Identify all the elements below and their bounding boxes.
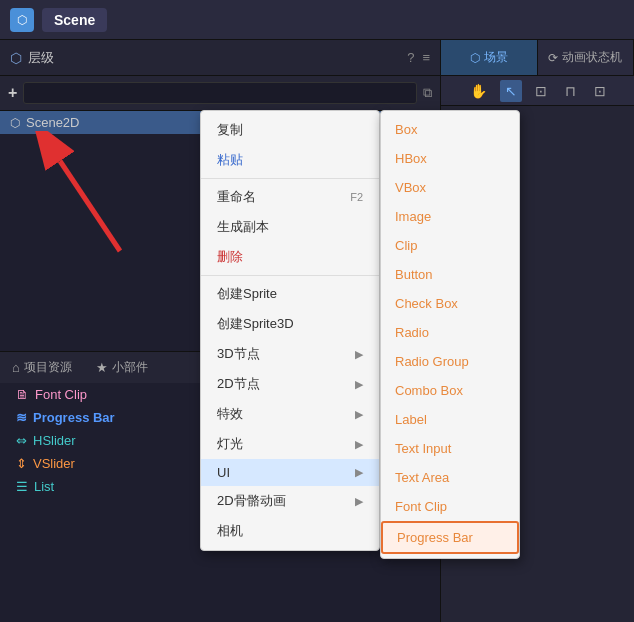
ctx-delete-label: 删除: [217, 248, 243, 266]
submenu-font-clip-label: Font Clip: [395, 499, 447, 514]
ctx-create-sprite[interactable]: 创建Sprite: [201, 279, 379, 309]
ctx-2d-skeleton-arrow: ▶: [355, 495, 363, 508]
ctx-copy-label: 复制: [217, 121, 243, 139]
tab-project-assets[interactable]: ⌂ 项目资源: [0, 352, 84, 383]
ctx-2d-skeleton-label: 2D骨骼动画: [217, 492, 286, 510]
search-input[interactable]: [23, 82, 417, 104]
font-clip-icon: 🗎: [16, 387, 29, 402]
ctx-paste-label: 粘贴: [217, 151, 243, 169]
ctx-light[interactable]: 灯光 ▶: [201, 429, 379, 459]
tab-anim-state[interactable]: ⟳ 动画状态机: [538, 40, 635, 75]
widgets-icon: ★: [96, 360, 108, 375]
submenu-text-input-label: Text Input: [395, 441, 451, 456]
ctx-camera-label: 相机: [217, 522, 243, 540]
hslider-icon: ⇔: [16, 433, 27, 448]
submenu-hbox[interactable]: HBox: [381, 144, 519, 173]
submenu-progress-bar[interactable]: Progress Bar: [381, 521, 519, 554]
menu-icon[interactable]: ≡: [422, 50, 430, 65]
submenu-combo-box[interactable]: Combo Box: [381, 376, 519, 405]
hierarchy-icon: ⬡: [10, 50, 22, 66]
select-tool[interactable]: ↖: [500, 80, 522, 102]
submenu-box-label: Box: [395, 122, 417, 137]
submenu-label-label: Label: [395, 412, 427, 427]
submenu-vbox[interactable]: VBox: [381, 173, 519, 202]
ctx-2d-node[interactable]: 2D节点 ▶: [201, 369, 379, 399]
scene2d-label: Scene2D: [26, 115, 79, 130]
copy-icon[interactable]: ⧉: [423, 85, 432, 101]
ctx-duplicate-label: 生成副本: [217, 218, 269, 236]
font-clip-label: Font Clip: [35, 387, 87, 402]
ctx-2d-node-arrow: ▶: [355, 378, 363, 391]
submenu-text-area-label: Text Area: [395, 470, 449, 485]
submenu-font-clip[interactable]: Font Clip: [381, 492, 519, 521]
search-bar: + ⧉: [0, 76, 440, 111]
vslider-icon: ⇕: [16, 456, 27, 471]
project-assets-icon: ⌂: [12, 360, 20, 375]
right-header: ⬡ 场景 ⟳ 动画状态机: [441, 40, 634, 76]
submenu-radio[interactable]: Radio: [381, 318, 519, 347]
hierarchy-actions: ? ≡: [407, 50, 430, 65]
ctx-effects[interactable]: 特效 ▶: [201, 399, 379, 429]
scene2d-icon: ⬡: [10, 116, 20, 130]
ctx-create-sprite3d[interactable]: 创建Sprite3D: [201, 309, 379, 339]
ctx-2d-node-label: 2D节点: [217, 375, 260, 393]
tool5[interactable]: ⊡: [589, 80, 611, 102]
submenu-box[interactable]: Box: [381, 115, 519, 144]
tool4[interactable]: ⊓: [560, 80, 581, 102]
top-bar: ⬡ Scene: [0, 0, 634, 40]
submenu-hbox-label: HBox: [395, 151, 427, 166]
submenu-vbox-label: VBox: [395, 180, 426, 195]
submenu-text-area[interactable]: Text Area: [381, 463, 519, 492]
submenu-radio-group[interactable]: Radio Group: [381, 347, 519, 376]
ctx-3d-node[interactable]: 3D节点 ▶: [201, 339, 379, 369]
ctx-3d-node-label: 3D节点: [217, 345, 260, 363]
scene-title[interactable]: Scene: [42, 8, 107, 32]
right-toolbar: ✋ ↖ ⊡ ⊓ ⊡: [441, 76, 634, 106]
ctx-rename-label: 重命名: [217, 188, 256, 206]
submenu-clip[interactable]: Clip: [381, 231, 519, 260]
ctx-rename[interactable]: 重命名 F2: [201, 182, 379, 212]
submenu-checkbox-label: Check Box: [395, 296, 458, 311]
scene-tab-icon: ⬡: [470, 51, 480, 65]
ctx-2d-skeleton[interactable]: 2D骨骼动画 ▶: [201, 486, 379, 516]
ctx-paste[interactable]: 粘贴: [201, 145, 379, 175]
progress-bar-label: Progress Bar: [33, 410, 115, 425]
submenu-image-label: Image: [395, 209, 431, 224]
submenu-image[interactable]: Image: [381, 202, 519, 231]
submenu-text-input[interactable]: Text Input: [381, 434, 519, 463]
ctx-sep1: [201, 178, 379, 179]
submenu-button-label: Button: [395, 267, 433, 282]
submenu-radio-group-label: Radio Group: [395, 354, 469, 369]
add-button[interactable]: +: [8, 84, 17, 102]
ctx-duplicate[interactable]: 生成副本: [201, 212, 379, 242]
help-icon[interactable]: ?: [407, 50, 414, 65]
tab-project-assets-label: 项目资源: [24, 359, 72, 376]
submenu-clip-label: Clip: [395, 238, 417, 253]
hierarchy-title: 层级: [28, 49, 54, 67]
vslider-label: VSlider: [33, 456, 75, 471]
submenu-button[interactable]: Button: [381, 260, 519, 289]
ctx-ui[interactable]: UI ▶: [201, 459, 379, 486]
hslider-label: HSlider: [33, 433, 76, 448]
list-icon: ☰: [16, 479, 28, 494]
ctx-rename-shortcut: F2: [350, 191, 363, 203]
submenu-label[interactable]: Label: [381, 405, 519, 434]
progress-bar-icon: ≋: [16, 410, 27, 425]
submenu-radio-label: Radio: [395, 325, 429, 340]
red-arrow: [30, 131, 150, 261]
tab-widgets-label: 小部件: [112, 359, 148, 376]
ctx-effects-label: 特效: [217, 405, 243, 423]
ctx-sep2: [201, 275, 379, 276]
ctx-delete[interactable]: 删除: [201, 242, 379, 272]
tab-scene[interactable]: ⬡ 场景: [441, 40, 538, 75]
ctx-copy[interactable]: 复制: [201, 115, 379, 145]
ctx-3d-node-arrow: ▶: [355, 348, 363, 361]
tool3[interactable]: ⊡: [530, 80, 552, 102]
ctx-camera[interactable]: 相机: [201, 516, 379, 546]
submenu-checkbox[interactable]: Check Box: [381, 289, 519, 318]
ctx-ui-arrow: ▶: [355, 466, 363, 479]
context-menu: 复制 粘贴 重命名 F2 生成副本 删除 创建Sprite 创建Sprite3D…: [200, 110, 380, 551]
submenu: Box HBox VBox Image Clip Button Check Bo…: [380, 110, 520, 559]
tab-widgets[interactable]: ★ 小部件: [84, 352, 160, 383]
hand-tool[interactable]: ✋: [465, 80, 492, 102]
